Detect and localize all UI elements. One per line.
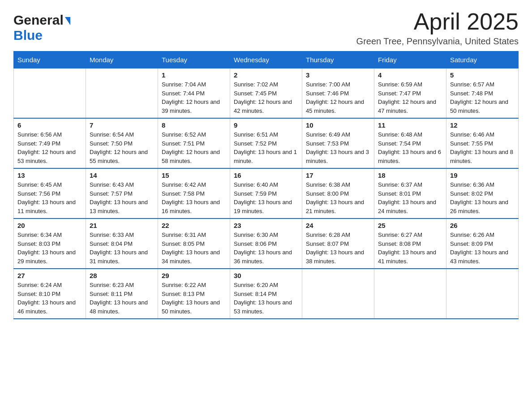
calendar-cell	[14, 68, 86, 119]
calendar-cell: 12Sunrise: 6:46 AMSunset: 7:55 PMDayligh…	[446, 118, 519, 168]
day-number: 28	[90, 272, 154, 279]
calendar-week-row: 1Sunrise: 7:04 AMSunset: 7:44 PMDaylight…	[14, 68, 519, 119]
calendar-cell: 20Sunrise: 6:34 AMSunset: 8:03 PMDayligh…	[14, 218, 86, 269]
calendar-cell: 7Sunrise: 6:54 AMSunset: 7:50 PMDaylight…	[86, 118, 158, 168]
day-number: 16	[234, 171, 298, 179]
calendar-cell: 29Sunrise: 6:22 AMSunset: 8:13 PMDayligh…	[158, 269, 230, 319]
day-info: Sunrise: 6:56 AMSunset: 7:49 PMDaylight:…	[17, 130, 82, 165]
calendar-cell	[446, 269, 519, 319]
day-number: 2	[234, 71, 298, 79]
day-info: Sunrise: 7:02 AMSunset: 7:45 PMDaylight:…	[234, 80, 298, 115]
calendar-cell: 17Sunrise: 6:38 AMSunset: 8:00 PMDayligh…	[302, 168, 374, 218]
title-block: April 2025 Green Tree, Pennsylvania, Uni…	[356, 9, 519, 47]
day-info: Sunrise: 6:51 AMSunset: 7:52 PMDaylight:…	[234, 130, 298, 165]
calendar-week-row: 20Sunrise: 6:34 AMSunset: 8:03 PMDayligh…	[14, 218, 519, 269]
day-number: 19	[450, 171, 515, 179]
day-info: Sunrise: 6:37 AMSunset: 8:01 PMDaylight:…	[378, 180, 442, 215]
day-number: 1	[162, 71, 226, 79]
weekday-header-thursday: Thursday	[302, 51, 374, 68]
calendar-cell: 19Sunrise: 6:36 AMSunset: 8:02 PMDayligh…	[446, 168, 519, 218]
day-info: Sunrise: 6:38 AMSunset: 8:00 PMDaylight:…	[306, 180, 370, 215]
day-info: Sunrise: 6:52 AMSunset: 7:51 PMDaylight:…	[162, 130, 226, 165]
logo: General Blue	[13, 13, 70, 43]
day-info: Sunrise: 6:46 AMSunset: 7:55 PMDaylight:…	[450, 130, 515, 165]
day-info: Sunrise: 6:28 AMSunset: 8:07 PMDaylight:…	[306, 231, 370, 265]
day-info: Sunrise: 6:43 AMSunset: 7:57 PMDaylight:…	[90, 180, 154, 215]
calendar-cell	[374, 269, 446, 319]
day-number: 25	[378, 222, 442, 229]
day-info: Sunrise: 6:45 AMSunset: 7:56 PMDaylight:…	[17, 180, 82, 215]
calendar-cell: 6Sunrise: 6:56 AMSunset: 7:49 PMDaylight…	[14, 118, 86, 168]
day-number: 13	[17, 171, 82, 179]
day-number: 4	[378, 71, 442, 79]
day-number: 5	[450, 71, 515, 79]
calendar-cell: 26Sunrise: 6:26 AMSunset: 8:09 PMDayligh…	[446, 218, 519, 269]
calendar-cell	[86, 68, 158, 119]
day-info: Sunrise: 7:00 AMSunset: 7:46 PMDaylight:…	[306, 80, 370, 115]
weekday-header-sunday: Sunday	[14, 51, 86, 68]
logo-blue-text: Blue	[13, 28, 43, 43]
day-number: 15	[162, 171, 226, 179]
day-info: Sunrise: 6:57 AMSunset: 7:48 PMDaylight:…	[450, 80, 515, 115]
calendar-cell: 14Sunrise: 6:43 AMSunset: 7:57 PMDayligh…	[86, 168, 158, 218]
logo-arrow-icon	[65, 17, 70, 25]
day-number: 24	[306, 222, 370, 229]
calendar-cell: 15Sunrise: 6:42 AMSunset: 7:58 PMDayligh…	[158, 168, 230, 218]
calendar-cell: 3Sunrise: 7:00 AMSunset: 7:46 PMDaylight…	[302, 68, 374, 119]
calendar-cell: 16Sunrise: 6:40 AMSunset: 7:59 PMDayligh…	[230, 168, 302, 218]
day-number: 11	[378, 121, 442, 129]
calendar-cell	[302, 269, 374, 319]
day-info: Sunrise: 6:22 AMSunset: 8:13 PMDaylight:…	[162, 281, 226, 316]
calendar-cell: 25Sunrise: 6:27 AMSunset: 8:08 PMDayligh…	[374, 218, 446, 269]
day-number: 17	[306, 171, 370, 179]
day-number: 27	[17, 272, 82, 279]
day-info: Sunrise: 6:42 AMSunset: 7:58 PMDaylight:…	[162, 180, 226, 215]
page-header: General Blue April 2025 Green Tree, Penn…	[13, 9, 519, 47]
day-info: Sunrise: 6:40 AMSunset: 7:59 PMDaylight:…	[234, 180, 298, 215]
calendar-cell: 28Sunrise: 6:23 AMSunset: 8:11 PMDayligh…	[86, 269, 158, 319]
day-number: 18	[378, 171, 442, 179]
day-info: Sunrise: 6:49 AMSunset: 7:53 PMDaylight:…	[306, 130, 370, 165]
day-info: Sunrise: 7:04 AMSunset: 7:44 PMDaylight:…	[162, 80, 226, 115]
logo-general-text: General	[13, 13, 64, 28]
calendar-cell: 18Sunrise: 6:37 AMSunset: 8:01 PMDayligh…	[374, 168, 446, 218]
calendar-cell: 24Sunrise: 6:28 AMSunset: 8:07 PMDayligh…	[302, 218, 374, 269]
day-number: 9	[234, 121, 298, 129]
day-number: 7	[90, 121, 154, 129]
weekday-header-saturday: Saturday	[446, 51, 519, 68]
calendar-cell: 27Sunrise: 6:24 AMSunset: 8:10 PMDayligh…	[14, 269, 86, 319]
calendar-cell: 8Sunrise: 6:52 AMSunset: 7:51 PMDaylight…	[158, 118, 230, 168]
location-title: Green Tree, Pennsylvania, United States	[356, 36, 519, 47]
calendar-cell: 5Sunrise: 6:57 AMSunset: 7:48 PMDaylight…	[446, 68, 519, 119]
day-number: 21	[90, 222, 154, 229]
calendar-cell: 11Sunrise: 6:48 AMSunset: 7:54 PMDayligh…	[374, 118, 446, 168]
calendar-cell: 21Sunrise: 6:33 AMSunset: 8:04 PMDayligh…	[86, 218, 158, 269]
day-info: Sunrise: 6:31 AMSunset: 8:05 PMDaylight:…	[162, 231, 226, 265]
day-number: 8	[162, 121, 226, 129]
calendar-cell: 1Sunrise: 7:04 AMSunset: 7:44 PMDaylight…	[158, 68, 230, 119]
weekday-header-monday: Monday	[86, 51, 158, 68]
day-info: Sunrise: 6:20 AMSunset: 8:14 PMDaylight:…	[234, 281, 298, 316]
day-info: Sunrise: 6:26 AMSunset: 8:09 PMDaylight:…	[450, 231, 515, 265]
month-title: April 2025	[356, 9, 519, 34]
day-info: Sunrise: 6:48 AMSunset: 7:54 PMDaylight:…	[378, 130, 442, 165]
day-number: 29	[162, 272, 226, 279]
day-number: 30	[234, 272, 298, 279]
weekday-header-friday: Friday	[374, 51, 446, 68]
day-info: Sunrise: 6:23 AMSunset: 8:11 PMDaylight:…	[90, 281, 154, 316]
weekday-header-tuesday: Tuesday	[158, 51, 230, 68]
day-info: Sunrise: 6:34 AMSunset: 8:03 PMDaylight:…	[17, 231, 82, 265]
calendar-week-row: 6Sunrise: 6:56 AMSunset: 7:49 PMDaylight…	[14, 118, 519, 168]
calendar-week-row: 13Sunrise: 6:45 AMSunset: 7:56 PMDayligh…	[14, 168, 519, 218]
calendar-table: SundayMondayTuesdayWednesdayThursdayFrid…	[13, 51, 519, 319]
day-info: Sunrise: 6:27 AMSunset: 8:08 PMDaylight:…	[378, 231, 442, 265]
calendar-cell: 10Sunrise: 6:49 AMSunset: 7:53 PMDayligh…	[302, 118, 374, 168]
calendar-cell: 4Sunrise: 6:59 AMSunset: 7:47 PMDaylight…	[374, 68, 446, 119]
calendar-header-row: SundayMondayTuesdayWednesdayThursdayFrid…	[14, 51, 519, 68]
day-number: 20	[17, 222, 82, 229]
calendar-week-row: 27Sunrise: 6:24 AMSunset: 8:10 PMDayligh…	[14, 269, 519, 319]
calendar-cell: 2Sunrise: 7:02 AMSunset: 7:45 PMDaylight…	[230, 68, 302, 119]
day-info: Sunrise: 6:24 AMSunset: 8:10 PMDaylight:…	[17, 281, 82, 316]
day-info: Sunrise: 6:59 AMSunset: 7:47 PMDaylight:…	[378, 80, 442, 115]
calendar-cell: 30Sunrise: 6:20 AMSunset: 8:14 PMDayligh…	[230, 269, 302, 319]
